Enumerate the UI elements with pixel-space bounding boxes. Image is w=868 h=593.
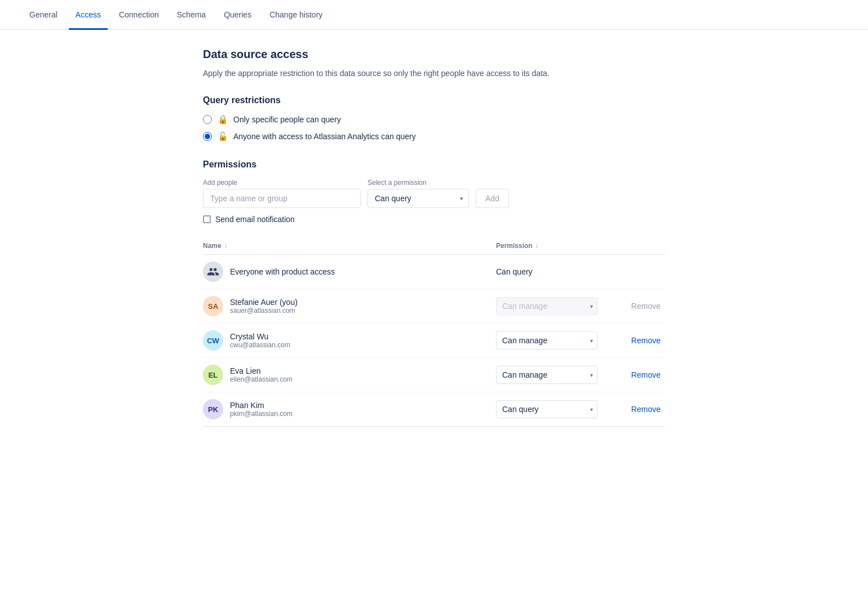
td-permission: Can query Can manage ▾ xyxy=(496,289,620,324)
page-title: Data source access xyxy=(203,48,665,61)
tab-change-history[interactable]: Change history xyxy=(263,0,329,30)
person-cell: Everyone with product access xyxy=(203,262,496,282)
person-cell: CW Crystal Wu cwu@atlassian.com xyxy=(203,330,496,351)
td-permission: Can query Can manage ▾ xyxy=(496,358,620,392)
permissions-section: Permissions Add people Select a permissi… xyxy=(203,160,665,427)
person-cell: PK Phan Kim pkim@atlassian.com xyxy=(203,399,496,419)
person-info: Eva Lien elien@atlassian.com xyxy=(230,366,293,383)
lock-open-icon: 🔓 xyxy=(218,131,228,141)
row-permission-select[interactable]: Can query Can manage xyxy=(496,400,597,418)
td-name: Everyone with product access xyxy=(203,255,496,289)
add-people-field: Add people xyxy=(203,179,361,208)
avatar: PK xyxy=(203,399,223,419)
avatar: EL xyxy=(203,365,223,385)
td-action: Remove xyxy=(620,392,665,427)
page-description: Apply the appropriate restriction to thi… xyxy=(203,68,665,79)
person-email: elien@atlassian.com xyxy=(230,375,293,383)
person-info: Phan Kim pkim@atlassian.com xyxy=(230,401,293,418)
avatar: SA xyxy=(203,296,223,316)
remove-button[interactable]: Remove xyxy=(627,368,665,382)
select-permission-field: Select a permission Can query Can manage… xyxy=(367,179,469,208)
td-name: SA Stefanie Auer (you) sauer@atlassian.c… xyxy=(203,289,496,324)
person-info: Stefanie Auer (you) sauer@atlassian.com xyxy=(230,298,298,315)
person-info: Crystal Wu cwu@atlassian.com xyxy=(230,332,290,349)
tab-queries[interactable]: Queries xyxy=(217,0,258,30)
col-name: Name ↕ xyxy=(203,237,496,255)
query-restrictions-title: Query restrictions xyxy=(203,95,665,105)
permission-select[interactable]: Can query Can manage xyxy=(367,189,469,208)
permission-select-wrapper: Can query Can manage ▾ xyxy=(367,189,469,208)
name-sort-icon[interactable]: ↕ xyxy=(224,243,227,249)
email-notification-checkbox[interactable] xyxy=(203,215,211,223)
row-permission-select-wrapper: Can query Can manage ▾ xyxy=(496,400,597,418)
table-row: EL Eva Lien elien@atlassian.com Can quer… xyxy=(203,358,665,392)
td-name: PK Phan Kim pkim@atlassian.com xyxy=(203,392,496,427)
td-name: CW Crystal Wu cwu@atlassian.com xyxy=(203,324,496,358)
email-notification-label: Send email notification xyxy=(215,215,295,224)
table-header-row: Name ↕ Permission ↕ xyxy=(203,237,665,255)
person-email: pkim@atlassian.com xyxy=(230,410,293,418)
person-name: Stefanie Auer (you) xyxy=(230,298,298,307)
td-action: Remove xyxy=(620,358,665,392)
group-avatar xyxy=(203,262,223,282)
col-permission: Permission ↕ xyxy=(496,237,620,255)
permission-sort-icon[interactable]: ↕ xyxy=(535,243,538,249)
td-permission: Can query xyxy=(496,255,620,289)
tab-schema[interactable]: Schema xyxy=(170,0,212,30)
radio-specific-people[interactable]: 🔒 Only specific people can query xyxy=(203,114,665,125)
tab-access[interactable]: Access xyxy=(69,0,108,30)
td-permission: Can query Can manage ▾ xyxy=(496,392,620,427)
tab-connection[interactable]: Connection xyxy=(112,0,166,30)
row-permission-select[interactable]: Can query Can manage xyxy=(496,366,597,384)
people-input[interactable] xyxy=(203,189,361,208)
add-people-row: Add people Select a permission Can query… xyxy=(203,179,665,208)
avatar: CW xyxy=(203,330,223,351)
tab-general[interactable]: General xyxy=(23,0,64,30)
table-row: Everyone with product access Can query xyxy=(203,255,665,289)
add-people-label: Add people xyxy=(203,179,361,187)
person-name: Eva Lien xyxy=(230,366,293,375)
td-action xyxy=(620,255,665,289)
person-email: sauer@atlassian.com xyxy=(230,307,298,315)
td-action: Remove xyxy=(620,289,665,324)
person-name: Crystal Wu xyxy=(230,332,290,341)
col-action xyxy=(620,237,665,255)
permission-text: Can query xyxy=(496,267,533,276)
person-name: Everyone with product access xyxy=(230,267,335,276)
person-email: cwu@atlassian.com xyxy=(230,341,290,349)
row-permission-select: Can query Can manage xyxy=(496,297,597,315)
row-permission-select-wrapper: Can query Can manage ▾ xyxy=(496,297,597,315)
permissions-title: Permissions xyxy=(203,160,665,170)
radio-specific-label: Only specific people can query xyxy=(233,115,341,124)
person-info: Everyone with product access xyxy=(230,267,335,276)
row-permission-select-wrapper: Can query Can manage ▾ xyxy=(496,331,597,349)
query-restrictions-section: Query restrictions 🔒 Only specific peopl… xyxy=(203,95,665,141)
email-notification-row: Send email notification xyxy=(203,215,665,224)
lock-closed-icon: 🔒 xyxy=(218,114,228,125)
remove-button[interactable]: Remove xyxy=(627,334,665,347)
remove-button[interactable]: Remove xyxy=(627,402,665,416)
select-permission-label: Select a permission xyxy=(367,179,469,187)
person-cell: EL Eva Lien elien@atlassian.com xyxy=(203,365,496,385)
table-row: SA Stefanie Auer (you) sauer@atlassian.c… xyxy=(203,289,665,324)
row-permission-select-wrapper: Can query Can manage ▾ xyxy=(496,366,597,384)
remove-button: Remove xyxy=(627,299,665,313)
td-permission: Can query Can manage ▾ xyxy=(496,324,620,358)
person-cell: SA Stefanie Auer (you) sauer@atlassian.c… xyxy=(203,296,496,316)
td-name: EL Eva Lien elien@atlassian.com xyxy=(203,358,496,392)
table-row: CW Crystal Wu cwu@atlassian.com Can quer… xyxy=(203,324,665,358)
permissions-table: Name ↕ Permission ↕ Everyone with produc… xyxy=(203,237,665,427)
row-permission-select[interactable]: Can query Can manage xyxy=(496,331,597,349)
radio-anyone[interactable]: 🔓 Anyone with access to Atlassian Analyt… xyxy=(203,131,665,141)
main-content: Data source access Apply the appropriate… xyxy=(180,30,688,445)
nav-tabs: General Access Connection Schema Queries… xyxy=(0,0,868,30)
radio-specific-input[interactable] xyxy=(203,115,212,124)
person-name: Phan Kim xyxy=(230,401,293,410)
table-row: PK Phan Kim pkim@atlassian.com Can query… xyxy=(203,392,665,427)
td-action: Remove xyxy=(620,324,665,358)
add-button[interactable]: Add xyxy=(476,189,509,208)
radio-anyone-label: Anyone with access to Atlassian Analytic… xyxy=(233,132,416,141)
radio-anyone-input[interactable] xyxy=(203,132,212,141)
